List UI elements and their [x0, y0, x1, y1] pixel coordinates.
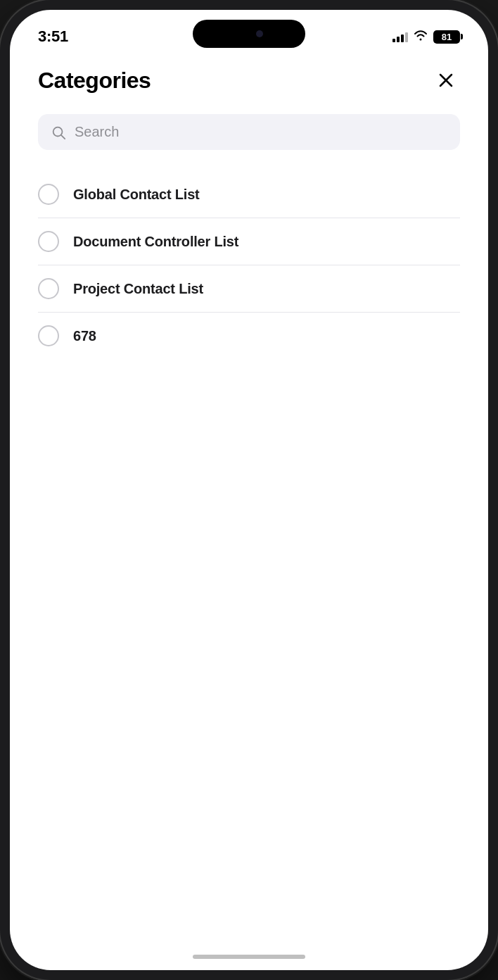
signal-bar-1 — [392, 39, 395, 42]
search-icon-svg — [51, 125, 66, 140]
category-label-4: 678 — [73, 328, 96, 344]
close-button[interactable] — [432, 66, 460, 94]
category-list: Global Contact List Document Controller … — [38, 171, 460, 359]
home-indicator — [193, 955, 305, 959]
battery-icon: 81 — [433, 30, 460, 44]
list-item[interactable]: Document Controller List — [38, 218, 460, 265]
wifi-icon — [414, 30, 428, 44]
list-item[interactable]: Project Contact List — [38, 265, 460, 313]
list-item[interactable]: Global Contact List — [38, 171, 460, 218]
search-icon — [51, 125, 66, 140]
radio-button-4[interactable] — [38, 325, 59, 346]
category-label-1: Global Contact List — [73, 187, 200, 203]
signal-bar-3 — [401, 34, 404, 42]
svg-line-3 — [61, 135, 65, 139]
signal-icon — [392, 31, 408, 42]
radio-button-2[interactable] — [38, 231, 59, 252]
page-header: Categories — [38, 66, 460, 94]
category-label-2: Document Controller List — [73, 234, 238, 250]
content-area: Categories — [10, 52, 488, 359]
close-icon — [438, 73, 454, 88]
phone-screen: 3:51 81 — [10, 10, 488, 970]
search-bar[interactable] — [38, 114, 460, 150]
search-input[interactable] — [75, 124, 447, 140]
camera-dot — [256, 30, 263, 37]
signal-bar-2 — [397, 37, 400, 42]
list-item[interactable]: 678 — [38, 313, 460, 359]
page-title: Categories — [38, 68, 151, 94]
phone-frame: 3:51 81 — [0, 0, 498, 980]
radio-button-1[interactable] — [38, 184, 59, 205]
dynamic-island — [193, 20, 305, 48]
status-bar: 3:51 81 — [10, 10, 488, 52]
category-label-3: Project Contact List — [73, 281, 203, 297]
signal-bar-4 — [405, 32, 408, 42]
radio-button-3[interactable] — [38, 278, 59, 299]
status-icons: 81 — [392, 30, 460, 44]
status-time: 3:51 — [38, 27, 68, 46]
